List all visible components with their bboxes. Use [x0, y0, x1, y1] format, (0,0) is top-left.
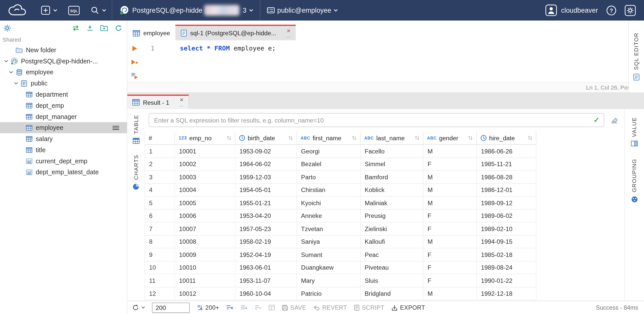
- tree-item-title[interactable]: title: [0, 144, 127, 155]
- connection-selector[interactable]: PostgreSQL@ep-hidde 3: [112, 0, 260, 21]
- cell[interactable]: Kalloufi: [361, 235, 423, 248]
- cell[interactable]: 1986-12-01: [477, 184, 536, 197]
- duplicate-row-button[interactable]: [241, 305, 248, 310]
- cell[interactable]: 1960-10-04: [235, 287, 297, 300]
- row-number[interactable]: 9: [145, 248, 175, 261]
- script-button[interactable]: SCRIPT: [354, 304, 385, 311]
- cell[interactable]: 1955-01-21: [235, 197, 297, 210]
- row-number[interactable]: 8: [145, 235, 175, 248]
- cell[interactable]: 1952-04-19: [235, 248, 297, 261]
- execute-new-tab-icon[interactable]: [130, 59, 138, 65]
- cell[interactable]: M: [423, 184, 477, 197]
- chevron-down-icon[interactable]: [12, 82, 20, 85]
- sort-icon[interactable]: [468, 135, 473, 141]
- execute-query-icon[interactable]: [131, 45, 137, 52]
- row-number-header[interactable]: #: [145, 131, 175, 145]
- cell[interactable]: Peac: [361, 248, 423, 261]
- cell[interactable]: Patricio: [297, 287, 361, 300]
- cell[interactable]: Georgi: [297, 145, 361, 158]
- export-button[interactable]: EXPORT: [391, 304, 425, 311]
- cell[interactable]: 10007: [175, 222, 235, 235]
- cell[interactable]: 1957-05-23: [235, 222, 297, 235]
- cell[interactable]: F: [423, 261, 477, 274]
- tree-item-salary[interactable]: salary: [0, 133, 127, 144]
- cell[interactable]: 1953-11-07: [235, 274, 297, 287]
- cell[interactable]: 1986-08-28: [477, 171, 536, 184]
- sql-editor[interactable]: 1 select * FROM employee e; Ln 1, Col 26…: [127, 40, 644, 93]
- cell[interactable]: 1953-04-20: [235, 210, 297, 222]
- cell[interactable]: Zielinski: [361, 222, 423, 235]
- cell[interactable]: 1953-09-02: [235, 145, 297, 158]
- apply-filter-check-icon[interactable]: ✓: [593, 116, 599, 125]
- cell[interactable]: M: [423, 287, 477, 300]
- sort-icon[interactable]: [414, 135, 420, 141]
- filter-input[interactable]: [149, 113, 604, 127]
- new-connection-button[interactable]: [35, 0, 63, 21]
- tree-item-postgresql-ep-hidden[interactable]: PostgreSQL@ep-hidden-...: [0, 56, 127, 67]
- row-number[interactable]: 6: [145, 210, 175, 222]
- cell[interactable]: Bridgland: [361, 287, 423, 300]
- tree-item-public[interactable]: public: [0, 78, 127, 89]
- row-number[interactable]: 12: [145, 287, 175, 300]
- cell[interactable]: 1959-12-03: [235, 171, 297, 184]
- cell[interactable]: 10006: [175, 210, 235, 222]
- row-number[interactable]: 1: [145, 145, 175, 158]
- cell[interactable]: Maliniak: [361, 197, 423, 210]
- save-button[interactable]: SAVE: [282, 304, 306, 311]
- fetch-more-button[interactable]: 200+: [197, 304, 219, 311]
- cell[interactable]: 1989-08-24: [477, 261, 536, 274]
- cell[interactable]: Bezalel: [297, 158, 361, 171]
- revert-button[interactable]: REVERT: [313, 304, 347, 311]
- execute-script-icon[interactable]: [131, 72, 138, 79]
- column-header-first_name[interactable]: ABCfirst_name: [297, 131, 361, 145]
- cell[interactable]: Mary: [297, 274, 361, 287]
- cell[interactable]: 10011: [175, 274, 235, 287]
- tab-menu-icon[interactable]: ...: [179, 102, 184, 107]
- sort-icon[interactable]: [352, 135, 357, 141]
- cell[interactable]: Sumant: [297, 248, 361, 261]
- cell[interactable]: Piveteau: [361, 261, 423, 274]
- tab-result-1[interactable]: Result - 1 × ...: [127, 95, 189, 109]
- cell[interactable]: 1985-02-18: [477, 248, 536, 261]
- cell[interactable]: Preusig: [361, 210, 423, 222]
- cell[interactable]: 1985-11-21: [477, 158, 536, 171]
- cell[interactable]: Bamford: [361, 171, 423, 184]
- tree-settings-gear-icon[interactable]: [3, 24, 11, 32]
- cell[interactable]: Chirstian: [297, 184, 361, 197]
- cell[interactable]: Koblick: [361, 184, 423, 197]
- cell[interactable]: 1994-09-15: [477, 235, 536, 248]
- tree-item-employee[interactable]: employee: [0, 67, 127, 78]
- cell[interactable]: Sluis: [361, 274, 423, 287]
- cell[interactable]: 1989-06-02: [477, 210, 536, 222]
- cell[interactable]: Parto: [297, 171, 361, 184]
- sort-icon[interactable]: [527, 135, 533, 141]
- refresh-tree-icon[interactable]: [115, 24, 122, 31]
- sort-icon[interactable]: [226, 135, 232, 141]
- cell[interactable]: 1954-05-01: [235, 184, 297, 197]
- row-number[interactable]: 2: [145, 158, 175, 171]
- cell[interactable]: 10009: [175, 248, 235, 261]
- row-number[interactable]: 5: [145, 197, 175, 210]
- open-sql-editor-button[interactable]: SQL: [63, 0, 85, 21]
- cell[interactable]: 1963-06-01: [235, 261, 297, 274]
- row-number[interactable]: 4: [145, 184, 175, 197]
- cell[interactable]: 10004: [175, 184, 235, 197]
- tab-table-view[interactable]: TABLE: [132, 112, 140, 146]
- tab-sql-editor-rail[interactable]: SQL EDITOR: [633, 30, 639, 83]
- cell[interactable]: 1986-06-26: [477, 145, 536, 158]
- tree-item-current-dept-emp[interactable]: current_dept_emp: [0, 155, 127, 167]
- cell[interactable]: F: [423, 210, 477, 222]
- tree-item-dept-manager[interactable]: dept_manager: [0, 111, 127, 122]
- cell[interactable]: F: [423, 274, 477, 287]
- cell[interactable]: F: [423, 248, 477, 261]
- cell[interactable]: 1989-02-10: [477, 222, 536, 235]
- tab-employee[interactable]: employee: [127, 25, 176, 40]
- tree-item-department[interactable]: department: [0, 89, 127, 100]
- refresh-button[interactable]: [132, 304, 145, 311]
- cell[interactable]: M: [423, 171, 477, 184]
- cell[interactable]: Simmel: [361, 158, 423, 171]
- tree-item-dept-emp-latest-date[interactable]: dept_emp_latest_date: [0, 167, 127, 178]
- cell[interactable]: Facello: [361, 145, 423, 158]
- cell[interactable]: 10010: [175, 261, 235, 274]
- link-with-editor-icon[interactable]: [72, 25, 80, 31]
